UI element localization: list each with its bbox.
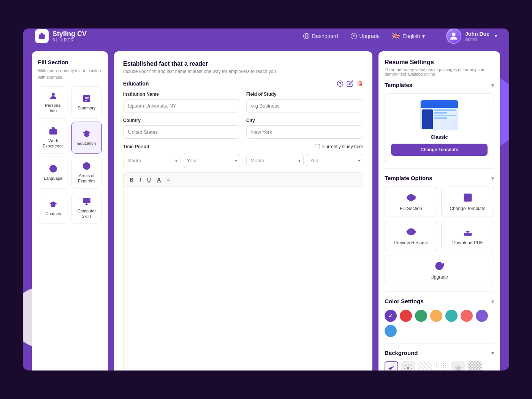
sidebar-item-education-label: Education [78,141,96,146]
logo-text: Styling CV BUILDER [52,30,87,42]
end-month-select[interactable]: Month JanuaryFebruaryMarch AprilMayJune … [246,154,304,167]
sidebar-item-courses[interactable]: Courses [38,192,68,224]
sidebar-item-language[interactable]: Language [38,157,68,189]
change-template-button[interactable]: Change Template [391,144,488,156]
sidebar-item-work-experience-label: Work Experience [41,138,65,149]
institution-name-input[interactable] [123,99,240,112]
start-month-select[interactable]: Month JanuaryFebruaryMarch AprilMayJune … [123,154,180,167]
color-dot-purple[interactable] [385,310,397,322]
field-of-study-field: Field of Study [246,92,363,112]
sidebar-item-areas-of-experties[interactable]: Areas of Experties [71,157,102,189]
svg-rect-18 [464,194,472,202]
bg-pattern-3[interactable] [418,361,432,370]
color-settings-section: Color Settings ▾ [385,298,494,344]
delete-icon[interactable] [356,80,363,87]
option-fill-section[interactable]: Fill Section [385,187,437,217]
right-panel: Resume Settings There are many variation… [378,51,500,370]
bg-pattern-gear-icon [404,364,413,370]
option-fill-section-label: Fill Section [400,206,422,211]
color-settings-chevron-icon[interactable]: ▾ [491,298,494,304]
city-input[interactable] [246,125,363,139]
nav-dashboard[interactable]: Dashboard [303,33,338,40]
bg-pattern-5[interactable] [451,361,465,370]
template-options-chevron-icon[interactable]: ▾ [491,175,494,181]
language-label: English [402,33,420,39]
resume-settings-title: Resume Settings [385,59,494,66]
bg-pattern-6[interactable] [468,361,482,370]
color-dot-orange[interactable] [430,310,442,322]
user-avatar-icon [448,31,459,41]
currently-study-checkbox[interactable] [315,144,320,149]
color-dot-teal[interactable] [445,310,458,322]
field-of-study-label: Field of Study [246,92,363,97]
upgrade-option-icon [434,261,445,271]
templates-section: Templates ▾ [385,82,494,169]
color-dot-blue[interactable] [385,325,397,337]
help-icon[interactable] [337,80,344,87]
bg-pattern-4[interactable] [435,361,448,370]
start-year-select[interactable]: Year 202420232022 [183,154,240,167]
font-color-button[interactable]: A [155,176,162,184]
edit-icon[interactable] [347,80,353,87]
bg-pattern-2[interactable] [401,361,415,370]
underline-button[interactable]: U [146,176,152,184]
template-preview-card: Classic Change Template [385,93,494,162]
sidebar-item-personal-info[interactable]: Personal Info [38,86,68,119]
currently-study-label: Currently study here [322,144,363,149]
template-options-section: Template Options ▾ Fill Section [385,175,494,292]
color-dot-red[interactable] [400,310,412,322]
form-section-title: Education [123,81,149,87]
sidebar-item-summary[interactable]: Summary [71,86,102,119]
education-icon [82,129,91,138]
svg-point-5 [52,93,55,96]
personal-info-icon [49,91,58,100]
nav-language[interactable]: 🇬🇧 English ▾ [392,32,425,40]
templates-chevron-icon[interactable]: ▾ [491,82,494,88]
fill-section-icon [406,192,416,203]
description-textarea[interactable] [123,187,363,370]
form-section-header: Education [123,80,363,87]
italic-button[interactable]: I [138,176,142,184]
template-thumbnail [420,100,458,130]
user-role: Admin [465,37,489,41]
thumb-header [421,100,458,108]
list-button[interactable]: ≡ [165,176,171,184]
background-chevron-icon[interactable]: ▾ [491,350,494,356]
bold-button[interactable]: B [128,176,135,184]
form-header: Established fact that a reader Include y… [123,60,363,74]
date-dash: - [242,158,244,164]
option-preview-resume[interactable]: Preview Resume [385,221,437,251]
color-dot-pink[interactable] [461,310,473,322]
form-section-actions [337,80,363,87]
app-header: Styling CV BUILDER Dashboard Upgrade [23,28,509,44]
institution-name-field: Institution Name [123,92,240,112]
header-nav: Dashboard Upgrade 🇬🇧 English ▾ [303,28,497,44]
option-change-template[interactable]: Change Template [441,187,494,217]
form-panel: Established fact that a reader Include y… [114,51,372,370]
color-dot-green[interactable] [415,310,427,322]
form-header-title: Established fact that a reader [123,60,363,67]
svg-marker-23 [454,364,462,370]
nav-upgrade[interactable]: Upgrade [350,33,380,40]
templates-section-title: Templates [385,82,412,88]
logo-icon [35,29,49,43]
field-of-study-input[interactable] [246,99,363,112]
sidebar-grid: Personal Info Summary [38,86,102,224]
svg-point-4 [452,33,456,36]
end-year-select[interactable]: Year 202420232022 [306,154,363,167]
option-download-pdf[interactable]: Download PDF [441,221,494,251]
app-subtitle: BUILDER [52,38,87,42]
box-icon [38,32,46,40]
preview-resume-icon [406,226,416,237]
sidebar-item-work-experience[interactable]: Work Experience [38,122,68,154]
background-patterns [385,361,494,370]
download-pdf-icon [462,226,473,237]
template-name: Classic [431,134,448,140]
color-dot-violet[interactable] [476,310,488,322]
bg-pattern-1[interactable] [385,361,398,370]
option-upgrade[interactable]: Upgrade [385,255,494,285]
user-area[interactable]: John Doe Admin ▾ [446,28,497,44]
sidebar-item-computer-skills[interactable]: Computer Skills [71,192,102,224]
country-input[interactable] [123,125,240,139]
sidebar-item-education[interactable]: Education [71,122,102,154]
